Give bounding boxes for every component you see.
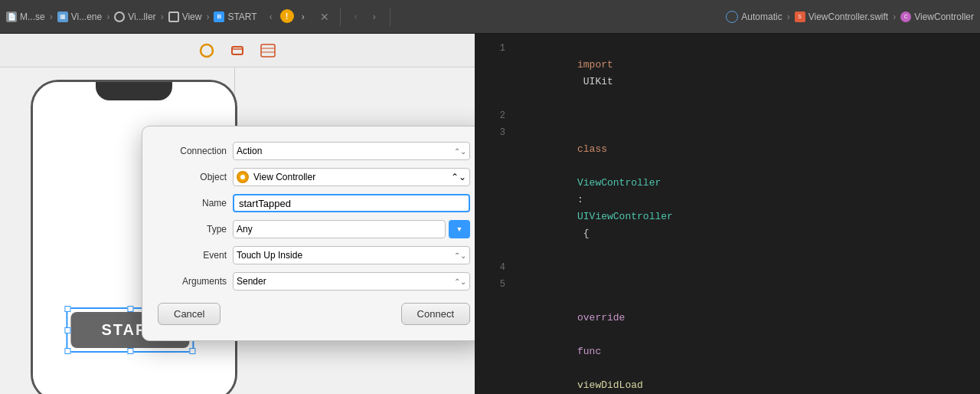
ib-toolbar: [0, 34, 475, 67]
top-bar: 📄 M...se › ▦ Vi...ene › Vi...ller › View…: [0, 0, 980, 34]
code-text-3: class ViewController : UIViewController …: [518, 124, 673, 259]
code-vc-name: ViewController: [577, 177, 661, 189]
arguments-row: Arguments Sender ⌃⌄: [158, 272, 470, 291]
breadcrumb-4[interactable]: View: [168, 11, 202, 22]
button-icon: B: [214, 11, 224, 22]
code-indent-5: [577, 295, 601, 307]
code-sp5: [577, 329, 583, 340]
code-line-5: 5 override func viewDidLoad () {: [475, 276, 980, 394]
event-select[interactable]: Touch Up Inside ⌃⌄: [233, 246, 470, 264]
viewcontroller-class-icon: C: [900, 11, 911, 22]
type-text-field[interactable]: Any: [233, 220, 446, 238]
swift-file-label[interactable]: ViewController.swift: [808, 11, 888, 22]
type-dropdown-button[interactable]: [449, 220, 470, 238]
automatic-label[interactable]: Automatic: [741, 11, 782, 22]
svg-point-0: [201, 44, 213, 57]
arguments-select[interactable]: Sender ⌃⌄: [233, 272, 470, 291]
type-row: Type Any: [158, 220, 470, 238]
object-chevron: ⌃⌄: [451, 172, 466, 182]
code-brace-open: {: [577, 228, 590, 239]
code-uivc-name: UIViewController: [577, 211, 673, 222]
event-label: Event: [158, 250, 227, 261]
code-line-4: 4: [475, 259, 980, 276]
square-tool-button[interactable]: [227, 40, 248, 61]
line-num-4: 4: [481, 259, 505, 276]
rbc-sep2: ›: [893, 11, 896, 22]
connection-dialog: Connection Action ⌃⌄ Object View Control…: [142, 126, 475, 341]
breadcrumb-2[interactable]: ▦ Vi...ene: [57, 11, 102, 22]
circle-tool-button[interactable]: [196, 40, 217, 61]
code-area[interactable]: 1 import UIKit 2 3 class ViewController: [475, 34, 980, 394]
name-input[interactable]: [233, 194, 470, 212]
connection-select[interactable]: Action ⌃⌄: [233, 142, 470, 160]
breadcrumb-1[interactable]: 📄 M...se: [6, 11, 45, 22]
right-nav: Automatic › S ViewController.swift › C V…: [726, 11, 974, 23]
object-row: Object View Controller ⌃⌄: [158, 168, 470, 186]
back-arrow[interactable]: ‹: [263, 9, 279, 25]
breadcrumb-5[interactable]: B START: [214, 11, 256, 22]
connection-row: Connection Action ⌃⌄: [158, 142, 470, 160]
object-select[interactable]: View Controller ⌃⌄: [233, 168, 470, 186]
code-line-3: 3 class ViewController : UIViewControlle…: [475, 124, 980, 259]
connection-chevron: ⌃⌄: [454, 147, 466, 156]
breadcrumb-sep-2: ›: [106, 11, 109, 22]
code-sp5b: [577, 363, 583, 374]
forward-arrow[interactable]: ›: [296, 9, 311, 25]
name-row: Name: [158, 194, 470, 212]
view-icon: [168, 11, 179, 22]
breadcrumb-3[interactable]: Vi...ller: [114, 11, 155, 22]
line-num-1: 1: [481, 40, 505, 57]
warning-icon: !: [280, 9, 294, 23]
code-line-1: 1 import UIKit: [475, 40, 980, 107]
nav-back[interactable]: ‹: [348, 9, 364, 25]
code-text-5: override func viewDidLoad () {: [518, 276, 643, 394]
divider: [340, 8, 341, 26]
swift-file-icon: S: [795, 11, 805, 22]
event-chevron: ⌃⌄: [454, 251, 466, 260]
notch: [96, 82, 172, 100]
line-num-5: 5: [481, 276, 505, 293]
kw-import: import: [577, 59, 613, 71]
viewcontroller-label[interactable]: ViewController: [914, 11, 974, 22]
event-row: Event Touch Up Inside ⌃⌄: [158, 246, 470, 264]
storyboard-icon: ▦: [57, 11, 68, 22]
object-label: Object: [158, 172, 227, 182]
code-colon: :: [577, 194, 590, 205]
cancel-button[interactable]: Cancel: [158, 303, 220, 325]
connection-label: Connection: [158, 146, 227, 156]
file-icon: 📄: [6, 11, 17, 22]
main-content: START Connection Act: [0, 34, 980, 394]
code-line-2: 2: [475, 107, 980, 124]
breadcrumb-sep-1: ›: [50, 11, 53, 22]
kw-class: class: [577, 143, 607, 155]
type-label: Type: [158, 224, 227, 235]
right-panel: 1 import UIKit 2 3 class ViewController: [475, 34, 980, 394]
close-button[interactable]: ✕: [317, 9, 332, 25]
rbc-sep1: ›: [787, 11, 790, 22]
vc-object-icon: [237, 171, 249, 183]
code-space: [577, 160, 583, 172]
name-label: Name: [158, 198, 227, 208]
line-num-2: 2: [481, 107, 505, 124]
kw-override: override: [577, 312, 625, 323]
code-text-1: import UIKit: [518, 40, 613, 107]
list-tool-button[interactable]: [257, 40, 279, 61]
arguments-label: Arguments: [158, 276, 227, 287]
dialog-buttons: Cancel Connect: [158, 303, 470, 325]
nav-arrows: ‹ ! ›: [263, 9, 311, 25]
type-wrapper: Any: [233, 220, 470, 238]
code-viewdidload: viewDidLoad: [577, 379, 643, 391]
connect-button[interactable]: Connect: [401, 303, 470, 325]
arguments-chevron: ⌃⌄: [454, 277, 466, 286]
circle-icon: [114, 11, 125, 22]
nav-forward[interactable]: ›: [367, 9, 382, 25]
line-num-3: 3: [481, 124, 505, 141]
code-text-4: [518, 259, 524, 276]
code-text-2: [518, 107, 524, 124]
breadcrumb-sep-4: ›: [206, 11, 209, 22]
left-panel: START Connection Act: [0, 34, 475, 394]
svg-rect-1: [232, 47, 243, 54]
kw-func: func: [577, 346, 601, 357]
automatic-circle-icon: [726, 11, 738, 23]
breadcrumb-sep-3: ›: [161, 11, 164, 22]
